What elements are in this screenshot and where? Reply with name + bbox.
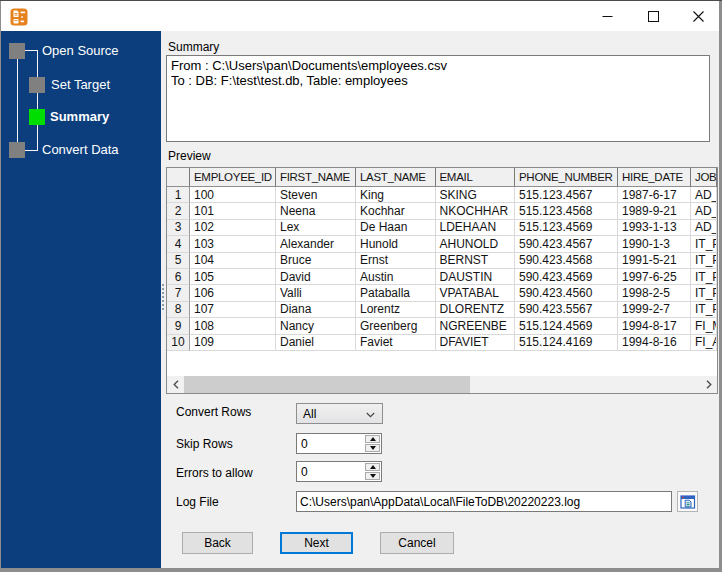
table-cell: 101 (190, 203, 276, 219)
back-button[interactable]: Back (182, 532, 253, 554)
scrollbar-left-arrow[interactable] (167, 376, 184, 393)
preview-table: EMPLOYEE_IDFIRST_NAMELAST_NAMEEMAILPHONE… (167, 168, 717, 351)
preview-row: 7106ValliPataballaVPATABAL590.423.456019… (167, 285, 717, 301)
table-cell: Hunold (356, 236, 436, 252)
step-connector-line (25, 150, 38, 151)
table-cell: AD_ (691, 187, 717, 203)
table-cell: 109 (190, 335, 276, 351)
table-cell: 1993-1-13 (618, 220, 691, 236)
step-square-open-source (9, 43, 25, 59)
errors-to-allow-input[interactable] (297, 462, 367, 481)
errors-increment-button[interactable] (365, 463, 380, 471)
skip-rows-decrement-button[interactable] (365, 444, 380, 452)
skip-rows-increment-button[interactable] (365, 435, 380, 443)
log-file-input[interactable] (297, 493, 671, 512)
table-cell: De Haan (356, 220, 436, 236)
summary-line-to: To : DB: F:\test\test.db, Table: employe… (171, 73, 705, 88)
horizontal-scrollbar[interactable] (167, 376, 717, 393)
table-cell: Alexander (276, 236, 356, 252)
table-cell: Greenberg (356, 318, 436, 334)
preview-grid: EMPLOYEE_IDFIRST_NAMELAST_NAMEEMAILPHONE… (166, 167, 718, 394)
table-cell: FI_M (691, 318, 717, 334)
back-button-label: Back (204, 536, 231, 550)
convert-rows-select[interactable]: All (296, 403, 383, 424)
table-cell: DFAVIET (436, 335, 516, 351)
row-number-header (167, 168, 190, 187)
log-file-dialog-icon (680, 494, 696, 510)
table-cell: 515.123.4568 (515, 203, 618, 219)
step-connector-line (37, 50, 38, 151)
table-cell: Ernst (356, 253, 436, 269)
table-cell: Steven (276, 187, 356, 203)
file-to-db-app-icon (10, 8, 28, 26)
splitter-grip[interactable] (162, 284, 164, 313)
step-connector-line (17, 59, 18, 142)
table-cell: Pataballa (356, 285, 436, 301)
table-cell: 590.423.4567 (515, 236, 618, 252)
column-header-hire_date: HIRE_DATE (618, 168, 691, 187)
table-cell: 1998-2-5 (618, 285, 691, 301)
row-number-cell: 2 (167, 203, 190, 219)
preview-section-label: Preview (168, 149, 211, 163)
table-cell: 1994-8-17 (618, 318, 691, 334)
scrollbar-thumb[interactable] (184, 376, 470, 393)
row-number-cell: 9 (167, 318, 190, 334)
triangle-up-icon (370, 437, 376, 441)
log-file-field (296, 491, 672, 512)
preview-row: 6105DavidAustinDAUSTIN590.423.45691997-6… (167, 269, 717, 285)
preview-row: 1100StevenKingSKING515.123.45671987-6-17… (167, 187, 717, 203)
table-cell: Austin (356, 269, 436, 285)
close-icon (693, 11, 704, 22)
table-cell: 105 (190, 269, 276, 285)
table-cell: 103 (190, 236, 276, 252)
log-file-browse-button[interactable] (677, 491, 698, 512)
table-cell: Valli (276, 285, 356, 301)
skip-rows-label: Skip Rows (176, 437, 233, 451)
table-cell: FI_A (691, 335, 717, 351)
row-number-cell: 4 (167, 236, 190, 252)
sidebar-step-summary: Summary (50, 109, 109, 125)
table-cell: VPATABAL (436, 285, 516, 301)
errors-decrement-button[interactable] (365, 472, 380, 480)
chevron-left-icon (173, 380, 179, 389)
errors-to-allow-spinner (296, 461, 382, 482)
table-cell: IT_P (691, 236, 717, 252)
table-cell: LDEHAAN (436, 220, 516, 236)
preview-row: 3102LexDe HaanLDEHAAN515.123.45691993-1-… (167, 220, 717, 236)
table-cell: IT_P (691, 302, 717, 318)
table-cell: 102 (190, 220, 276, 236)
table-cell: 1991-5-21 (618, 253, 691, 269)
table-cell: 1999-2-7 (618, 302, 691, 318)
preview-row: 10109DanielFavietDFAVIET515.124.41691994… (167, 335, 717, 351)
table-cell: AHUNOLD (436, 236, 516, 252)
minimize-button[interactable] (585, 2, 630, 31)
table-cell: Nancy (276, 318, 356, 334)
summary-box: From : C:\Users\pan\Documents\employees.… (166, 55, 710, 142)
cancel-button[interactable]: Cancel (380, 532, 454, 554)
table-cell: BERNST (436, 253, 516, 269)
skip-rows-input[interactable] (297, 434, 367, 453)
maximize-button[interactable] (631, 2, 676, 31)
sidebar-step-open-source: Open Source (42, 43, 119, 59)
preview-row: 8107DianaLorentzDLORENTZ590.423.55671999… (167, 302, 717, 318)
step-square-set-target (29, 77, 45, 93)
table-cell: 590.423.5567 (515, 302, 618, 318)
next-button[interactable]: Next (280, 532, 353, 554)
scrollbar-right-arrow[interactable] (700, 376, 717, 393)
close-button[interactable] (676, 2, 721, 31)
preview-row: 5104BruceErnstBERNST590.423.45681991-5-2… (167, 253, 717, 269)
row-number-cell: 6 (167, 269, 190, 285)
convert-rows-value: All (303, 407, 316, 421)
table-cell: Bruce (276, 253, 356, 269)
table-cell: 515.123.4569 (515, 220, 618, 236)
table-cell: AD_ (691, 220, 717, 236)
summary-line-from: From : C:\Users\pan\Documents\employees.… (171, 58, 705, 73)
table-cell: 590.423.4569 (515, 269, 618, 285)
table-cell: David (276, 269, 356, 285)
preview-row: 2101NeenaKochharNKOCHHAR515.123.45681989… (167, 203, 717, 219)
cancel-button-label: Cancel (398, 536, 435, 550)
row-number-cell: 5 (167, 253, 190, 269)
table-cell: 104 (190, 253, 276, 269)
table-cell: DAUSTIN (436, 269, 516, 285)
table-cell: 1989-9-21 (618, 203, 691, 219)
